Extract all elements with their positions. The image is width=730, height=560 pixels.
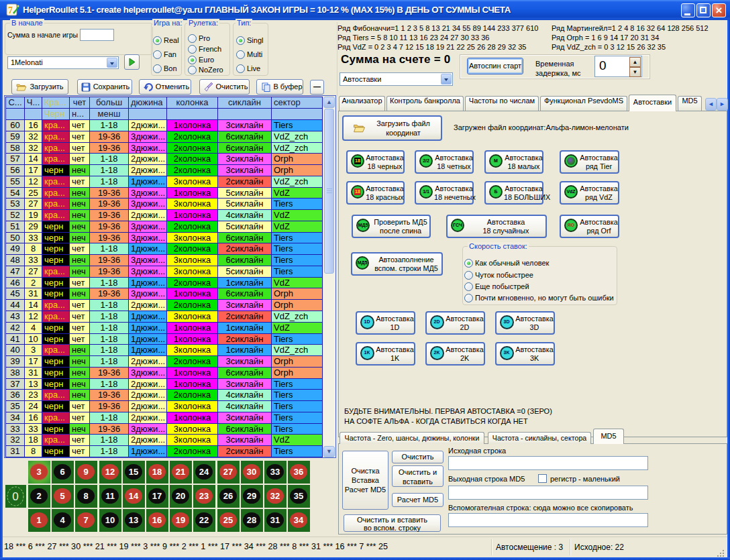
- svg-text:7: 7: [8, 5, 13, 15]
- svg-text:0: 0: [12, 490, 18, 503]
